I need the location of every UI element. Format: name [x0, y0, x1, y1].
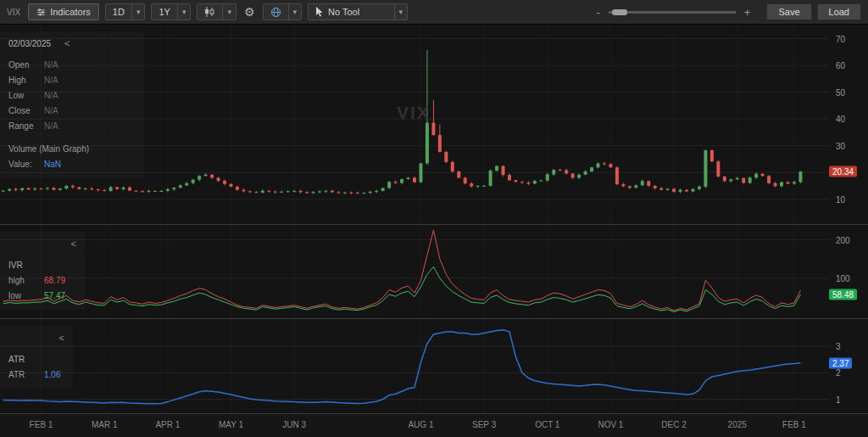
y-axis-tick: 30 [836, 141, 845, 150]
x-axis-label: MAR 1 [92, 420, 118, 429]
ivr-overlay: < IVR high68.79 low57.47 [0, 232, 85, 310]
settings-button[interactable]: ⚙ [242, 3, 257, 20]
high-value: N/A [44, 76, 58, 85]
y-axis-tick: 70 [836, 34, 845, 43]
tool-dropdown[interactable]: No Tool ▾ [308, 3, 408, 20]
timeframe-dropdown[interactable]: 1D ▾ [105, 3, 146, 20]
symbol-label: VIX [7, 8, 20, 17]
chevron-down-icon: ▾ [394, 4, 408, 20]
grid-layout-dropdown[interactable]: ▾ [263, 3, 303, 20]
ivr-low-label: low [8, 291, 44, 300]
range-label: Range [8, 121, 44, 131]
x-axis: FEB 1MAR 1APR 1MAY 1JUN 3AUG 1SEP 3OCT 1… [0, 414, 868, 437]
gear-icon: ⚙ [244, 5, 255, 19]
x-axis-label: FEB 1 [30, 420, 53, 429]
atr-y-axis: 3212.37 [829, 319, 868, 413]
tool-value: No Tool [328, 7, 359, 17]
range-value: 1Y [152, 7, 176, 17]
toolbar: VIX Indicators 1D ▾ 1Y ▾ ▾ ⚙ [0, 0, 868, 25]
y-axis-tick: 100 [836, 273, 850, 283]
atr-last-value-badge: 2.37 [829, 357, 852, 368]
chart-type-dropdown[interactable]: ▾ [197, 3, 236, 20]
range-value: N/A [44, 121, 58, 131]
ohlc-overlay: 02/03/2025 < OpenN/A HighN/A LowN/A Clos… [0, 31, 144, 178]
x-axis-label: AUG 1 [408, 420, 433, 429]
collapse-ivr-overlay-icon[interactable]: < [71, 238, 76, 249]
y-axis-tick: 10 [836, 194, 845, 204]
zoom-out-button[interactable]: - [595, 6, 602, 19]
zoom-in-button[interactable]: + [743, 6, 753, 19]
x-axis-label: FEB 1 [782, 420, 806, 429]
ivr-panel: < IVR high68.79 low57.47 20010058.48 [0, 225, 868, 319]
atr-chart-canvas[interactable] [0, 319, 829, 413]
collapse-main-overlay-icon[interactable]: < [64, 38, 70, 48]
ivr-last-value-badge: 58.48 [829, 289, 857, 300]
chevron-down-icon: ▾ [131, 4, 145, 20]
range-dropdown[interactable]: 1Y ▾ [151, 3, 191, 20]
cursor-icon [315, 7, 324, 17]
zoom-slider-track[interactable] [609, 11, 736, 14]
y-axis-tick: 60 [836, 61, 845, 70]
open-label: Open [8, 60, 44, 70]
close-label: Close [8, 106, 44, 115]
ivr-title: IVR [8, 257, 76, 272]
save-button[interactable]: Save [766, 3, 811, 20]
x-axis-label: SEP 3 [472, 420, 496, 429]
x-axis-label: JUN 3 [282, 420, 306, 429]
ivr-low-value: 57.47 [44, 291, 65, 300]
x-axis-label: OCT 1 [535, 420, 559, 429]
x-axis-label: 2025 [728, 420, 747, 429]
indicators-button[interactable]: Indicators [28, 3, 99, 20]
globe-icon [270, 7, 281, 18]
cursor-date: 02/03/2025 [8, 39, 51, 48]
volume-section-label: Volume (Main Graph) [8, 141, 136, 156]
x-axis-label: APR 1 [155, 420, 180, 429]
zoom-slider-handle[interactable] [612, 9, 627, 15]
y-axis-tick: 200 [836, 235, 850, 244]
indicators-icon [36, 8, 46, 17]
x-axis-label: MAY 1 [219, 420, 243, 429]
atr-title: ATR [8, 351, 64, 367]
close-value: N/A [44, 106, 58, 115]
atr-panel: < ATR ATR1.06 3212.37 [0, 319, 868, 414]
atr-overlay: < ATR ATR1.06 [0, 326, 73, 389]
price-y-axis: 7060504030201020.34 [829, 25, 868, 224]
timeframe-value: 1D [106, 7, 131, 17]
y-axis-tick: 1 [836, 395, 841, 404]
y-axis-tick: 50 [836, 87, 845, 97]
ivr-high-value: 68.79 [44, 276, 65, 285]
chevron-down-icon: ▾ [222, 4, 236, 20]
x-axis-label: DEC 2 [661, 420, 686, 429]
y-axis-tick: 2 [836, 368, 841, 378]
ivr-high-label: high [8, 276, 44, 285]
low-label: Low [8, 91, 44, 100]
ivr-chart-canvas[interactable] [0, 225, 829, 318]
atr-value-label: ATR [8, 370, 44, 379]
chevron-down-icon: ▾ [288, 4, 302, 20]
price-panel: VIX 02/03/2025 < OpenN/A HighN/A LowN/A … [0, 25, 868, 225]
zoom-control: - + [595, 6, 753, 19]
last-price-badge: 20.34 [829, 166, 857, 177]
value-label: Value: [8, 160, 44, 169]
candlestick-chart-icon [204, 7, 215, 17]
open-value: N/A [44, 60, 58, 70]
indicators-label: Indicators [50, 7, 91, 17]
atr-value: 1.06 [44, 370, 60, 379]
y-axis-tick: 3 [836, 342, 841, 351]
x-axis-label: NOV 1 [598, 420, 623, 429]
ivr-y-axis: 20010058.48 [829, 225, 868, 318]
collapse-atr-overlay-icon[interactable]: < [59, 333, 64, 343]
volume-value: NaN [44, 160, 61, 169]
low-value: N/A [44, 91, 58, 100]
high-label: High [8, 76, 44, 85]
chevron-down-icon: ▾ [177, 4, 191, 20]
load-button[interactable]: Load [817, 3, 861, 20]
y-axis-tick: 40 [836, 115, 845, 124]
